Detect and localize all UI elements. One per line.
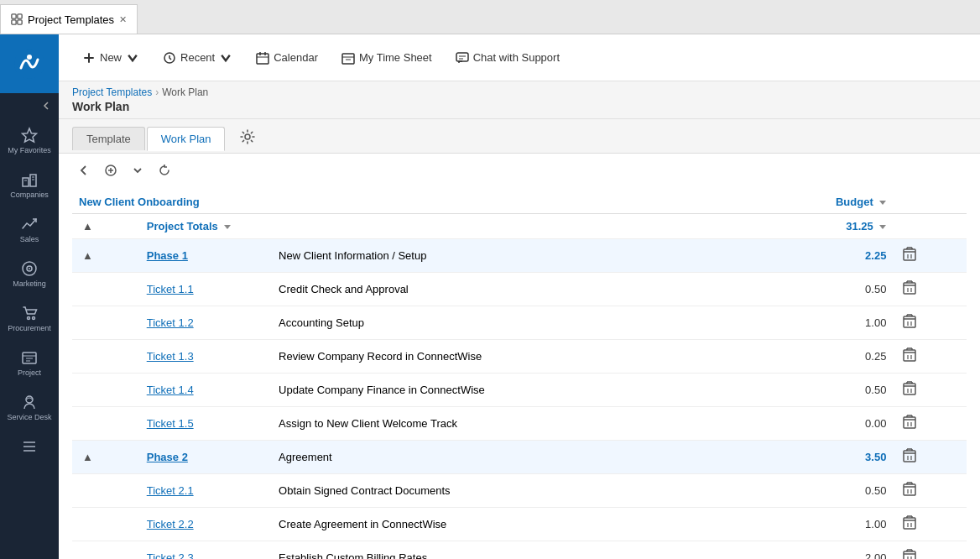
- trash-icon: [903, 280, 916, 295]
- sidebar-item-companies[interactable]: Companies: [0, 163, 59, 207]
- main-area: New Recent: [59, 34, 980, 559]
- totals-collapse-btn[interactable]: ▲: [79, 220, 96, 232]
- add-button[interactable]: [99, 160, 122, 184]
- breadcrumb-area: Project Templates › Work Plan Work Plan: [59, 81, 980, 119]
- ticket23-indent: [72, 541, 140, 560]
- ticket-2-1-row: Ticket 2.1 Obtain Signed Contract Docume…: [72, 474, 967, 508]
- back-icon: [77, 164, 91, 177]
- svg-rect-70: [904, 384, 915, 394]
- sidebar-item-procurement[interactable]: Procurement: [0, 296, 59, 341]
- ticket12-desc-cell: Accounting Setup: [272, 306, 753, 340]
- svg-rect-2: [12, 20, 16, 24]
- sidebar-item-project[interactable]: Project: [0, 341, 59, 385]
- ticket13-id-cell[interactable]: Ticket 1.3: [140, 340, 272, 374]
- phase2-delete-btn[interactable]: [899, 447, 920, 468]
- ticket23-id-cell[interactable]: Ticket 2.3: [140, 541, 272, 560]
- ticket22-desc-cell: Create Agreement in ConnectWise: [272, 508, 753, 541]
- chat-button[interactable]: Chat with Support: [446, 46, 570, 70]
- sidebar-item-label: Project: [18, 368, 41, 377]
- ticket11-delete-btn[interactable]: [899, 279, 920, 300]
- more-icon: [21, 438, 38, 455]
- tab-close-btn[interactable]: ✕: [119, 14, 127, 25]
- phase1-id-cell[interactable]: Phase 1: [140, 239, 272, 273]
- calendar-button[interactable]: Calendar: [246, 46, 328, 70]
- tab-template[interactable]: Template: [72, 127, 145, 150]
- ticket13-delete-cell: [893, 340, 967, 374]
- ticket15-delete-btn[interactable]: [899, 413, 920, 434]
- logo-icon: [13, 47, 46, 81]
- breadcrumb-current: Work Plan: [162, 86, 208, 98]
- phase2-chevron-cell: ▲: [72, 441, 140, 474]
- trash-icon: [903, 381, 916, 396]
- ticket22-delete-btn[interactable]: [899, 514, 920, 535]
- timesheet-icon: [341, 51, 355, 65]
- ticket12-id-cell[interactable]: Ticket 1.2: [140, 306, 272, 340]
- project-totals-row: ▲ Project Totals 31.25: [72, 214, 967, 239]
- companies-icon: [21, 171, 38, 188]
- ticket21-id-cell[interactable]: Ticket 2.1: [140, 474, 272, 508]
- ticket15-indent: [72, 407, 140, 441]
- trash-icon: [903, 415, 916, 430]
- page-title: Work Plan: [72, 98, 967, 117]
- plus-circle-icon: [104, 164, 117, 177]
- phase2-id-cell[interactable]: Phase 2: [140, 441, 272, 474]
- recent-chevron-icon: [219, 51, 232, 65]
- chevron-down-icon: [131, 164, 144, 177]
- refresh-icon: [158, 164, 171, 177]
- totals-sort-arrow: [224, 225, 231, 229]
- totals-label-cell: Project Totals: [140, 214, 753, 239]
- ticket12-delete-btn[interactable]: [899, 312, 920, 333]
- phase1-chevron-cell: ▲: [72, 239, 140, 273]
- chat-label: Chat with Support: [473, 51, 560, 64]
- timesheet-button[interactable]: My Time Sheet: [331, 46, 442, 70]
- refresh-button[interactable]: [153, 160, 176, 184]
- ticket23-desc-cell: Establish Custom Billing Rates: [272, 541, 753, 560]
- expand-button[interactable]: [126, 160, 149, 184]
- sidebar-item-label: Service Desk: [7, 413, 51, 421]
- sidebar-item-label: Marketing: [13, 280, 46, 288]
- ticket21-delete-btn[interactable]: [899, 480, 920, 501]
- recent-button[interactable]: Recent: [153, 46, 242, 70]
- phase2-collapse-btn[interactable]: ▲: [79, 451, 96, 463]
- ticket22-id-cell[interactable]: Ticket 2.2: [140, 508, 272, 541]
- sidebar-item-marketing[interactable]: Marketing: [0, 252, 59, 296]
- marketing-icon: [21, 260, 38, 277]
- trash-icon: [903, 247, 916, 262]
- ticket-1-4-row: Ticket 1.4 Update Company Finance in Con…: [72, 374, 967, 407]
- svg-rect-77: [904, 417, 915, 428]
- calendar-icon: [256, 51, 269, 65]
- phase1-delete-btn[interactable]: [899, 245, 920, 266]
- breadcrumb-parent[interactable]: Project Templates: [72, 86, 152, 98]
- sidebar-collapse-btn[interactable]: [0, 93, 59, 118]
- ticket12-indent: [72, 306, 140, 340]
- svg-rect-98: [904, 518, 915, 529]
- timesheet-label: My Time Sheet: [359, 51, 432, 64]
- ticket23-delete-btn[interactable]: [899, 547, 920, 559]
- tab-workplan[interactable]: Work Plan: [147, 127, 226, 151]
- sidebar-item-favorites[interactable]: My Favorites: [0, 118, 59, 163]
- ticket15-id-cell[interactable]: Ticket 1.5: [140, 407, 272, 441]
- ticket11-id-cell[interactable]: Ticket 1.1: [140, 273, 272, 306]
- svg-point-14: [29, 268, 30, 269]
- phase-2-row: ▲ Phase 2 Agreement 3.50: [72, 441, 967, 474]
- sidebar-item-servicedesk[interactable]: Service Desk: [0, 385, 59, 430]
- sidebar-item-more[interactable]: [0, 430, 59, 463]
- ticket14-id-cell[interactable]: Ticket 1.4: [140, 374, 272, 407]
- phase1-collapse-btn[interactable]: ▲: [79, 249, 96, 262]
- gear-icon: [240, 129, 255, 144]
- svg-rect-42: [904, 249, 915, 260]
- back-button[interactable]: [72, 160, 96, 184]
- svg-rect-105: [904, 551, 915, 559]
- chat-icon: [456, 51, 469, 65]
- settings-gear-button[interactable]: [233, 124, 262, 153]
- trash-icon: [903, 347, 916, 363]
- sidebar-item-sales[interactable]: Sales: [0, 207, 59, 252]
- ticket14-delete-btn[interactable]: [899, 379, 920, 400]
- new-button[interactable]: New: [72, 46, 149, 70]
- ticket15-desc-cell: Assign to New Client Welcome Track: [272, 407, 753, 441]
- project-icon: [21, 349, 38, 366]
- app-logo[interactable]: [0, 34, 59, 93]
- project-templates-tab[interactable]: Project Templates ✕: [0, 4, 138, 34]
- budget-sort-arrow: [879, 201, 886, 205]
- ticket13-delete-btn[interactable]: [899, 346, 920, 367]
